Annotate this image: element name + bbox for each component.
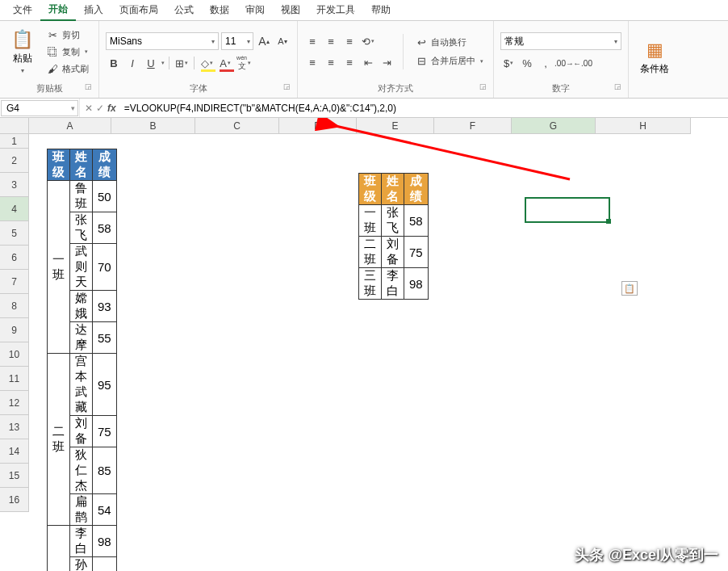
row-header-14[interactable]: 14: [0, 439, 29, 464]
row-header-6[interactable]: 6: [0, 246, 29, 270]
increase-font-button[interactable]: A▴: [256, 33, 272, 49]
decrease-font-button[interactable]: A▾: [274, 33, 291, 49]
row-header-15[interactable]: 15: [0, 464, 29, 488]
align-left-button[interactable]: ≡: [304, 54, 320, 70]
cut-button[interactable]: ✂剪切: [43, 27, 92, 43]
column-header-B[interactable]: B: [111, 118, 195, 134]
fill-handle[interactable]: [606, 219, 611, 224]
data-cell[interactable]: 刘备: [70, 416, 93, 447]
data-cell[interactable]: 宫本武藏: [70, 354, 93, 416]
fx-button[interactable]: fx: [107, 103, 116, 114]
name-box-input[interactable]: [2, 103, 68, 114]
menu-item-审阅[interactable]: 审阅: [237, 0, 273, 20]
fill-color-button[interactable]: ◇: [199, 55, 215, 71]
decrease-decimal-button[interactable]: ←.00: [575, 55, 591, 71]
number-format-input[interactable]: [501, 36, 610, 47]
increase-decimal-button[interactable]: .00→: [556, 55, 572, 71]
align-top-button[interactable]: ≡: [304, 33, 320, 49]
font-name-input[interactable]: [107, 36, 207, 47]
conditional-formatting-button[interactable]: ▦ 条件格: [635, 36, 674, 79]
class-cell[interactable]: 二班: [48, 354, 70, 526]
menu-item-开发工具[interactable]: 开发工具: [308, 0, 363, 20]
column-header-C[interactable]: C: [195, 118, 279, 134]
percent-button[interactable]: %: [519, 55, 535, 71]
align-middle-button[interactable]: ≡: [323, 33, 339, 49]
data-cell[interactable]: 58: [93, 557, 117, 572]
data-cell[interactable]: 75: [93, 416, 117, 447]
row-header-1[interactable]: 1: [0, 134, 29, 149]
dialog-launcher-icon[interactable]: ◲: [283, 82, 291, 90]
font-size-combo[interactable]: ▾: [221, 32, 253, 50]
row-header-12[interactable]: 12: [0, 391, 29, 415]
select-all-button[interactable]: [0, 118, 29, 134]
data-cell[interactable]: 扁鹊: [70, 494, 93, 526]
align-center-button[interactable]: ≡: [323, 54, 339, 70]
data-cell[interactable]: 刘备: [382, 237, 404, 268]
number-format-combo[interactable]: ▾: [500, 32, 621, 50]
format-painter-button[interactable]: 🖌格式刷: [43, 61, 92, 77]
data-cell[interactable]: 75: [404, 237, 429, 268]
column-header-H[interactable]: H: [596, 118, 691, 134]
data-cell[interactable]: 孙尚香: [70, 557, 93, 572]
row-header-10[interactable]: 10: [0, 342, 29, 367]
name-box-dropdown[interactable]: ▾: [68, 104, 77, 112]
menu-item-文件[interactable]: 文件: [5, 0, 40, 20]
borders-button[interactable]: ⊞: [174, 55, 190, 71]
data-cell[interactable]: 95: [93, 354, 117, 416]
dialog-launcher-icon[interactable]: ◲: [479, 82, 487, 90]
data-cell[interactable]: 54: [93, 494, 117, 526]
data-cell[interactable]: 张飞: [70, 212, 93, 244]
data-cell[interactable]: 98: [93, 526, 117, 557]
data-cell[interactable]: 达摩: [70, 322, 93, 354]
data-cell[interactable]: 张飞: [382, 205, 404, 237]
data-cell[interactable]: 70: [93, 244, 117, 291]
increase-indent-button[interactable]: ⇥: [379, 54, 395, 70]
class-cell[interactable]: 三班: [48, 526, 70, 572]
formula-input[interactable]: [121, 99, 728, 117]
data-cell[interactable]: 58: [93, 212, 117, 244]
menu-item-视图[interactable]: 视图: [273, 0, 308, 20]
cancel-formula-button[interactable]: ✕: [85, 103, 93, 114]
row-header-2[interactable]: 2: [0, 149, 29, 173]
data-cell[interactable]: 98: [404, 268, 429, 300]
copy-button[interactable]: ⿻复制▾: [43, 44, 92, 60]
data-cell[interactable]: 二班: [359, 237, 382, 268]
menu-item-页面布局[interactable]: 页面布局: [111, 0, 166, 20]
italic-button[interactable]: I: [124, 55, 140, 71]
data-cell[interactable]: 93: [93, 291, 117, 322]
orientation-button[interactable]: ⟲: [360, 33, 376, 49]
bold-button[interactable]: B: [106, 55, 122, 71]
paste-options-button[interactable]: 📋: [621, 281, 638, 296]
data-cell[interactable]: 武则天: [70, 244, 93, 291]
data-cell[interactable]: 鲁班: [70, 181, 93, 212]
font-name-combo[interactable]: ▾: [106, 32, 219, 50]
menu-item-开始[interactable]: 开始: [40, 0, 76, 21]
menu-item-公式[interactable]: 公式: [166, 0, 202, 20]
font-color-button[interactable]: A: [217, 55, 233, 71]
row-header-9[interactable]: 9: [0, 318, 29, 342]
confirm-formula-button[interactable]: ✓: [96, 103, 104, 114]
row-header-16[interactable]: 16: [0, 488, 29, 512]
column-header-A[interactable]: A: [29, 118, 111, 134]
wrap-text-button[interactable]: ↩自动换行: [412, 35, 487, 50]
column-header-E[interactable]: E: [357, 118, 434, 134]
data-cell[interactable]: 李白: [382, 268, 404, 300]
align-bottom-button[interactable]: ≡: [341, 33, 358, 49]
row-header-4[interactable]: 4: [0, 197, 29, 221]
row-header-7[interactable]: 7: [0, 270, 29, 294]
menu-item-插入[interactable]: 插入: [76, 0, 111, 20]
menu-item-帮助[interactable]: 帮助: [363, 0, 399, 20]
data-cell[interactable]: 85: [93, 447, 117, 494]
data-cell[interactable]: 嫦娥: [70, 291, 93, 322]
row-header-5[interactable]: 5: [0, 221, 29, 246]
row-header-8[interactable]: 8: [0, 294, 29, 318]
data-cell[interactable]: 50: [93, 181, 117, 212]
data-cell[interactable]: 李白: [70, 526, 93, 557]
data-cell[interactable]: 55: [93, 322, 117, 354]
dialog-launcher-icon[interactable]: ◲: [614, 82, 621, 90]
menu-item-数据[interactable]: 数据: [202, 0, 237, 20]
data-cell[interactable]: 三班: [359, 268, 382, 300]
column-header-D[interactable]: D: [279, 118, 357, 134]
accounting-format-button[interactable]: $: [500, 55, 517, 71]
row-header-11[interactable]: 11: [0, 367, 29, 391]
